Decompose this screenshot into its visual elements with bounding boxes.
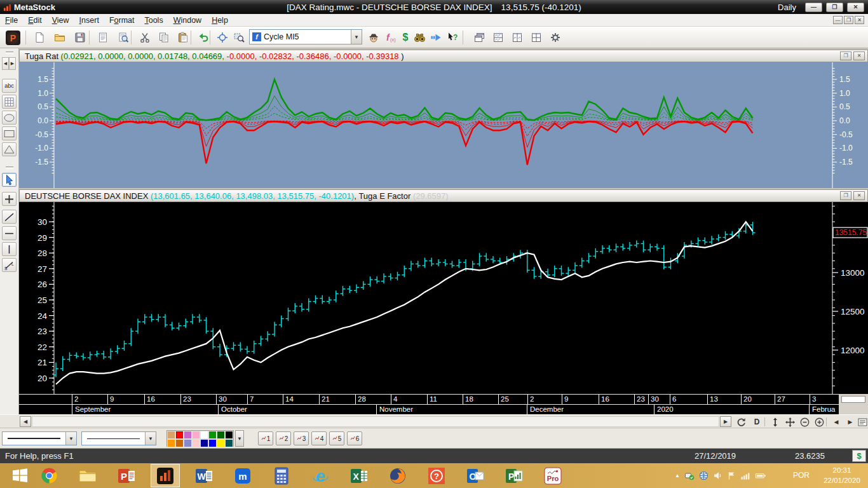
upper-panel-titlebar[interactable]: Tuga Rat (0.02921, 0.0000, 0.0000, 0.017… bbox=[19, 50, 868, 62]
page-right-button[interactable]: ▶ bbox=[844, 416, 857, 428]
color-swatch[interactable] bbox=[225, 439, 233, 447]
layout-button-4[interactable]: 4 bbox=[311, 431, 327, 445]
tile-rows-button[interactable] bbox=[489, 29, 507, 46]
taskbar-file-explorer-icon[interactable] bbox=[73, 464, 102, 487]
layout-button-2[interactable]: 2 bbox=[276, 431, 291, 445]
explorer-detective-button[interactable] bbox=[365, 29, 383, 46]
color-swatch[interactable] bbox=[200, 439, 208, 447]
trendline-diagonal-tool[interactable] bbox=[2, 210, 17, 224]
zoom-select-button[interactable] bbox=[230, 29, 248, 46]
crosshair-plus-tool[interactable] bbox=[2, 192, 17, 206]
menu-window[interactable]: Window bbox=[168, 15, 207, 26]
menu-edit[interactable]: Edit bbox=[23, 15, 47, 26]
color-swatch[interactable] bbox=[208, 439, 217, 447]
taskbar-chrome-icon[interactable] bbox=[34, 464, 64, 487]
usb-device-icon[interactable] bbox=[684, 471, 695, 480]
sl-tool-tool[interactable]: SL bbox=[2, 258, 17, 272]
paste-button[interactable] bbox=[174, 29, 192, 46]
tray-expand-icon[interactable]: ▲ bbox=[675, 473, 680, 478]
color-swatch[interactable] bbox=[192, 439, 200, 447]
menu-tools[interactable]: Tools bbox=[139, 15, 168, 26]
open-chart-button[interactable] bbox=[51, 29, 69, 46]
periodicity-d-button[interactable]: D bbox=[750, 416, 763, 428]
copy-button[interactable] bbox=[155, 29, 173, 46]
tile-columns-button[interactable] bbox=[508, 29, 526, 46]
text-abc-tool[interactable]: abc bbox=[2, 79, 17, 93]
minimize-button[interactable]: — bbox=[805, 3, 822, 12]
date-axis[interactable]: 29162330714212841118252916233061320273 S… bbox=[19, 394, 868, 414]
scroll-left-button[interactable]: ◀ bbox=[2, 57, 9, 70]
zoom-in-button[interactable] bbox=[813, 416, 825, 428]
layout-menu-button[interactable] bbox=[856, 416, 868, 428]
lower-panel-close-button[interactable]: ✕ bbox=[853, 191, 865, 200]
taskbar-excel-icon[interactable]: X bbox=[344, 464, 374, 487]
print-preview-button[interactable] bbox=[114, 29, 132, 46]
new-chart-button[interactable] bbox=[31, 29, 48, 46]
flag-notification-icon[interactable] bbox=[727, 471, 736, 480]
print-report-button[interactable] bbox=[94, 29, 112, 46]
save-button[interactable] bbox=[71, 29, 89, 46]
mdi-restore-button[interactable]: ❐ bbox=[844, 16, 853, 24]
layout-button-3[interactable]: 3 bbox=[294, 431, 309, 445]
line-weight-dropdown[interactable]: ▼ bbox=[65, 432, 76, 445]
rectangle-tool[interactable] bbox=[2, 126, 17, 140]
zoom-out-button[interactable] bbox=[798, 416, 811, 428]
taskbar-word-icon[interactable]: W bbox=[189, 464, 219, 487]
forecast-arrow-button[interactable] bbox=[427, 29, 445, 46]
taskbar-calculator-icon[interactable] bbox=[267, 464, 296, 487]
color-palette-dropdown[interactable]: ▼ bbox=[235, 430, 244, 447]
line-horizontal-tool[interactable] bbox=[2, 226, 17, 240]
indicator-quickview-combo[interactable]: f Cycle MI5 ▼ bbox=[249, 29, 362, 44]
scroll-right-button[interactable]: ▶ bbox=[9, 57, 16, 70]
tile-grid-button[interactable] bbox=[527, 29, 545, 46]
search-binoculars-button[interactable] bbox=[410, 29, 428, 46]
speaker-icon[interactable] bbox=[713, 471, 722, 480]
taskbar-clock[interactable]: 20:31 22/01/2020 bbox=[820, 465, 864, 485]
color-swatch[interactable] bbox=[175, 431, 184, 439]
combo-dropdown-button[interactable]: ▼ bbox=[351, 30, 362, 44]
cascade-windows-button[interactable] bbox=[470, 29, 488, 46]
color-swatch[interactable] bbox=[184, 431, 192, 439]
pointer-tool[interactable] bbox=[2, 173, 17, 187]
color-swatch[interactable] bbox=[200, 431, 208, 439]
color-swatch[interactable] bbox=[192, 431, 200, 439]
network-globe-icon[interactable] bbox=[699, 471, 709, 480]
ellipse-tool[interactable] bbox=[2, 111, 17, 125]
color-swatch[interactable] bbox=[175, 439, 184, 447]
taskbar-metastock-pro-icon[interactable]: Pro bbox=[538, 464, 567, 487]
lower-chart-canvas[interactable]: 3029282726252423222120130001250012000135… bbox=[19, 202, 868, 394]
line-style-dropdown[interactable]: ▼ bbox=[145, 432, 156, 445]
color-swatch[interactable] bbox=[217, 439, 225, 447]
scrollbar-left-arrow[interactable]: ◀ bbox=[20, 416, 31, 427]
layout-button-5[interactable]: 5 bbox=[329, 431, 344, 445]
vertical-scale-button[interactable] bbox=[769, 416, 782, 428]
taskbar-help-app-icon[interactable]: ? bbox=[422, 464, 451, 487]
cut-button[interactable] bbox=[136, 29, 154, 46]
menu-help[interactable]: Help bbox=[207, 15, 233, 26]
color-swatch[interactable] bbox=[225, 431, 233, 439]
taskbar-start-icon[interactable] bbox=[5, 464, 34, 487]
mdi-close-button[interactable]: ✕ bbox=[855, 16, 864, 24]
color-swatch[interactable] bbox=[167, 431, 175, 439]
page-left-button[interactable]: ◀ bbox=[830, 416, 843, 428]
menu-format[interactable]: Format bbox=[104, 15, 140, 26]
triangle-tool[interactable] bbox=[2, 142, 17, 156]
upper-chart-canvas[interactable]: 1.51.51.01.00.50.50.00.0-0.5-0.5-1.0-1.0… bbox=[19, 62, 868, 188]
layout-button-1[interactable]: 1 bbox=[258, 431, 273, 445]
battery-icon[interactable] bbox=[755, 471, 766, 480]
restore-button[interactable]: ❐ bbox=[826, 3, 843, 12]
color-swatch[interactable] bbox=[208, 431, 217, 439]
taskbar-metastock-icon[interactable] bbox=[151, 464, 180, 487]
upper-panel-restore-button[interactable]: ❐ bbox=[840, 51, 851, 60]
line-weight-combo[interactable]: ▼ bbox=[2, 431, 77, 445]
close-button[interactable]: ✕ bbox=[847, 3, 864, 12]
line-vertical-tool[interactable] bbox=[2, 242, 17, 256]
signal-bars-icon[interactable] bbox=[740, 471, 750, 480]
taskbar-outlook-icon[interactable]: O bbox=[461, 464, 490, 487]
taskbar-powerpoint-icon[interactable]: P bbox=[112, 464, 141, 487]
lower-panel-titlebar[interactable]: DEUTSCHE BORSE DAX INDEX (13,601.65, 13,… bbox=[19, 189, 868, 202]
taskbar-internet-explorer-icon[interactable]: e bbox=[306, 464, 335, 487]
menu-view[interactable]: View bbox=[47, 15, 74, 26]
line-style-combo[interactable]: ▼ bbox=[81, 431, 156, 445]
upper-panel-close-button[interactable]: ✕ bbox=[853, 51, 865, 60]
